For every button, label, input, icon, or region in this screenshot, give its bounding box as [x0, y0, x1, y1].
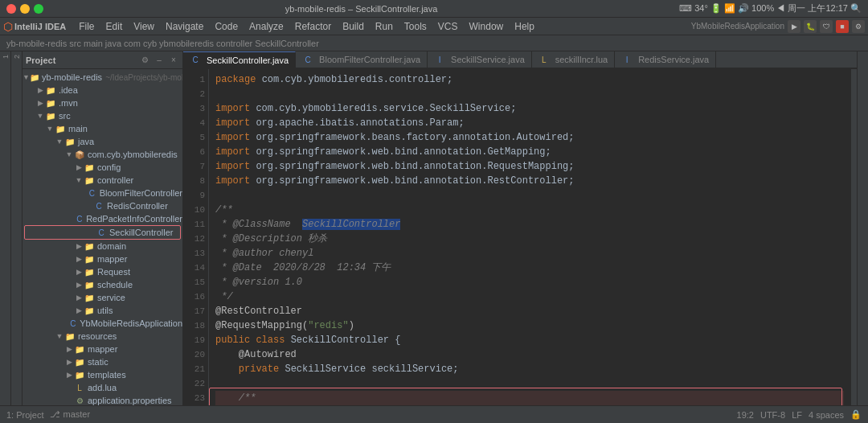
tree-root[interactable]: ▼ 📁 yb-mobile-redis ~/IdeaProjects/yb-mo…	[23, 71, 182, 84]
java-file-icon: I	[621, 54, 633, 65]
menu-view[interactable]: View	[129, 19, 159, 34]
list-item[interactable]: ▶ 📁 domain	[23, 240, 182, 253]
maximize-button[interactable]	[34, 4, 43, 14]
structure-tab[interactable]: 2	[13, 55, 21, 59]
stop-button[interactable]: ■	[836, 20, 849, 33]
tab-label: RedisService.java	[638, 55, 709, 64]
tree-item-label: SeckillController	[109, 228, 173, 237]
more-actions[interactable]: ⚙	[852, 20, 865, 33]
list-item[interactable]: ▶ 📁 Request	[23, 265, 182, 278]
title-bar: yb-mobile-redis – SeckillController.java…	[0, 0, 868, 18]
list-item[interactable]: L add.lua	[23, 381, 182, 394]
tree-arrow: ▶	[35, 99, 45, 107]
menu-window[interactable]: Window	[465, 19, 509, 34]
run-coverage[interactable]: 🛡	[820, 20, 833, 33]
status-icons: ⌨ 34° 🔋 📶 🔊 100% ◀ 周一 上午12:17 🔍	[679, 2, 862, 14]
code-content[interactable]: package com.cyb.ybmobileredis.controller…	[209, 69, 850, 405]
folder-icon: 📁	[30, 72, 39, 83]
folder-icon: 📁	[84, 292, 95, 303]
tree-arrow: ▶	[74, 306, 84, 314]
menu-help[interactable]: Help	[510, 19, 539, 34]
code-line: import org.springframework.web.bind.anno…	[215, 145, 844, 159]
seckill-controller-item[interactable]: C SeckillController	[24, 225, 181, 240]
code-line: * @Description 秒杀	[215, 232, 844, 246]
list-item[interactable]: ▶ 📁 templates	[23, 368, 182, 381]
tree-settings[interactable]: ⚙	[139, 55, 150, 66]
tree-arrow: ▶	[74, 281, 84, 289]
folder-icon: 📁	[84, 162, 95, 173]
list-item[interactable]: ▶ 📁 service	[23, 291, 182, 304]
window-title: yb-mobile-redis – SeckillController.java	[43, 4, 679, 14]
code-line: */	[215, 290, 844, 304]
list-item[interactable]: ▶ 📁 utils	[23, 304, 182, 317]
java-icon: C	[93, 200, 104, 212]
tab-seckillservice[interactable]: I SeckillService.java	[428, 51, 532, 68]
list-item[interactable]: ▼ 📁 java	[23, 135, 182, 148]
list-item[interactable]: ▶ 📁 config	[23, 161, 182, 174]
tree-close[interactable]: ×	[168, 55, 179, 66]
menu-build[interactable]: Build	[338, 19, 369, 34]
java-file-icon: I	[434, 54, 445, 65]
close-button[interactable]	[6, 4, 16, 14]
code-line: @RestController	[215, 304, 844, 318]
tab-seckillcontroller[interactable]: C SeckillController.java	[183, 51, 296, 68]
menu-analyze[interactable]: Analyze	[244, 19, 289, 34]
git-branch: ⎇ master	[50, 409, 90, 420]
minimize-button[interactable]	[20, 4, 30, 14]
tree-content: ▼ 📁 yb-mobile-redis ~/IdeaProjects/yb-mo…	[23, 69, 182, 405]
tab-seckillincr[interactable]: L seckillIncr.lua	[532, 51, 615, 68]
tree-arrow: ▼	[74, 176, 84, 184]
menu-edit[interactable]: Edit	[101, 19, 128, 34]
code-line: package com.cyb.ybmobileredis.controller…	[215, 72, 844, 87]
list-item[interactable]: ▶ 📁 .mvn	[23, 97, 182, 109]
list-item[interactable]: ▶ 📁 static	[23, 355, 182, 368]
intellij-icon: ⬡	[3, 20, 13, 33]
tree-item-label: utils	[97, 306, 113, 315]
project-tab[interactable]: 1	[2, 55, 10, 59]
list-item[interactable]: ▶ 📁 .idea	[23, 84, 182, 97]
java-icon: C	[96, 227, 107, 238]
tree-item-label: YbMobileRedisApplication	[80, 318, 182, 328]
folder-icon: 📁	[84, 240, 95, 252]
list-item[interactable]: ▼ 📁 main	[23, 122, 182, 135]
debug-button[interactable]: 🐛	[804, 20, 817, 33]
list-item[interactable]: C YbMobileRedisApplication	[23, 317, 182, 330]
tree-item-label: schedule	[97, 280, 133, 290]
menu-file[interactable]: File	[74, 19, 99, 34]
tree-item-label: src	[59, 111, 71, 121]
menu-tools[interactable]: Tools	[399, 19, 432, 34]
tree-root-path: ~/IdeaProjects/yb-mobile-redis	[105, 73, 182, 82]
menu-code[interactable]: Code	[210, 19, 243, 34]
list-item[interactable]: ⚙ application.properties	[23, 394, 182, 405]
tree-arrow: ▶	[35, 86, 45, 94]
folder-icon: 📁	[74, 343, 85, 355]
tree-item-label: mapper	[88, 344, 117, 354]
menu-vcs[interactable]: VCS	[433, 19, 463, 34]
tree-collapse[interactable]: –	[154, 55, 165, 66]
tab-bloomfiltercontroller[interactable]: C BloomFilterController.java	[296, 51, 428, 68]
code-editor[interactable]: 12345 678910 1112131415 1617181920 21222…	[183, 69, 857, 405]
list-item[interactable]: ▶ 📁 schedule	[23, 278, 182, 291]
list-item[interactable]: ▼ 📁 resources	[23, 330, 182, 343]
list-item[interactable]: C BloomFilterController	[23, 187, 182, 199]
project-tree-header: Project ⚙ – ×	[23, 51, 182, 69]
tab-redisservice[interactable]: I RedisService.java	[615, 51, 716, 68]
tree-item-label: domain	[97, 241, 126, 251]
list-item[interactable]: ▶ 📁 mapper	[23, 253, 182, 265]
code-line: * @version 1.0	[215, 275, 844, 290]
list-item[interactable]: ▼ 📦 com.cyb.ybmobileredis	[23, 148, 182, 161]
menu-navigate[interactable]: Navigate	[161, 19, 208, 34]
list-item[interactable]: C RedPacketInfoController	[23, 212, 182, 225]
code-area: 12345 678910 1112131415 1617181920 21222…	[183, 69, 857, 405]
menu-run[interactable]: Run	[371, 19, 398, 34]
list-item[interactable]: C RedisController	[23, 199, 182, 212]
java-icon: C	[76, 213, 84, 224]
run-button[interactable]: ▶	[788, 20, 800, 33]
list-item[interactable]: ▼ 📁 src	[23, 109, 182, 122]
list-item[interactable]: ▶ 📁 mapper	[23, 343, 182, 355]
list-item[interactable]: ▼ 📁 controller	[23, 174, 182, 187]
java-icon: C	[69, 318, 78, 329]
system-icons: ⌨ 34° 🔋 📶 🔊 100% ◀ 周一 上午12:17 🔍	[679, 2, 862, 14]
menu-refactor[interactable]: Refactor	[290, 19, 336, 34]
scrollbar[interactable]	[850, 69, 857, 405]
